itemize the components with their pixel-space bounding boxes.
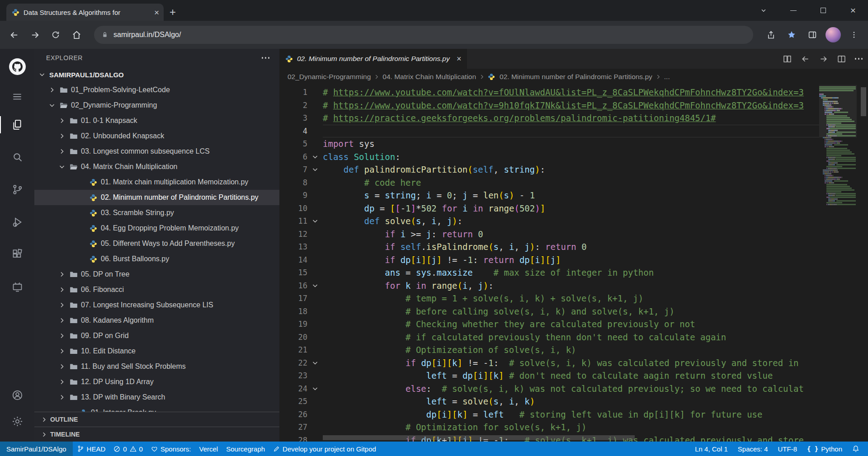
- tree-folder-item[interactable]: 12. DP Using 1D Array: [34, 374, 279, 390]
- chevron-collapsed-icon[interactable]: [58, 378, 66, 386]
- back-icon[interactable]: [5, 25, 24, 44]
- settings-gear-icon[interactable]: [0, 410, 34, 432]
- tree-file-item[interactable]: 06. Burst Balloons.py: [34, 251, 279, 267]
- encoding-indicator[interactable]: UTF-8: [773, 442, 802, 456]
- chevron-collapsed-icon[interactable]: [58, 393, 66, 401]
- navigate-back-icon[interactable]: [801, 54, 810, 64]
- source-control-icon[interactable]: [0, 179, 34, 200]
- open-changes-icon[interactable]: [783, 54, 792, 64]
- timeline-section[interactable]: TIMELINE: [34, 427, 279, 442]
- fold-chevron-icon[interactable]: [307, 279, 323, 292]
- breadcrumb-file[interactable]: 02. Minimum number of Palindromic Partit…: [500, 73, 652, 81]
- tree-folder-item[interactable]: 06. Fibonacci: [34, 282, 279, 297]
- side-panel-icon[interactable]: [803, 25, 822, 44]
- sponsor-sourcegraph[interactable]: Sourcegraph: [222, 442, 269, 456]
- tree-file-item[interactable]: 05. Different Ways to Add Parentheses.py: [34, 236, 279, 251]
- code-line[interactable]: 7 def palindromicPartition(self, string)…: [279, 163, 819, 176]
- scrollbar-thumb[interactable]: [861, 87, 866, 116]
- code-line[interactable]: 16 for k in range(i, j):: [279, 279, 819, 292]
- bookmark-star-icon[interactable]: [782, 25, 801, 44]
- chevron-collapsed-icon[interactable]: [58, 270, 66, 278]
- navigate-forward-icon[interactable]: [819, 54, 828, 64]
- code-line[interactable]: 15 ans = sys.maxsize # max size of integ…: [279, 266, 819, 279]
- problems-indicator[interactable]: 0 0: [109, 442, 147, 456]
- minimap[interactable]: [819, 85, 857, 442]
- code-line[interactable]: 23 left = dp[i][k] # don't need to calcu…: [279, 369, 819, 382]
- window-close-button[interactable]: ×: [838, 0, 868, 21]
- menu-hamburger-icon[interactable]: [0, 86, 34, 108]
- tree-folder-item[interactable]: 08. Kadanes Algorithm: [34, 313, 279, 328]
- code-line[interactable]: 4: [279, 125, 819, 138]
- address-bar[interactable]: samirpaul.in/DSAlgo/: [94, 26, 753, 44]
- cursor-position[interactable]: Ln 4, Col 1: [690, 442, 733, 456]
- share-icon[interactable]: [761, 25, 780, 44]
- code-line[interactable]: 3# https://practice.geeksforgeeks.org/pr…: [279, 112, 819, 125]
- code-line[interactable]: 21 # Optimizeation of solve(s, i, k): [279, 343, 819, 357]
- chevron-collapsed-icon[interactable]: [58, 117, 66, 125]
- code-line[interactable]: 6class Solution:: [279, 150, 819, 164]
- vertical-scrollbar[interactable]: [858, 85, 868, 442]
- code-line[interactable]: 9 s = string; i = 0; j = len(s) - 1: [279, 189, 819, 202]
- code-editor[interactable]: 1# https://www.youtube.com/watch?v=fOUlN…: [279, 85, 868, 442]
- forward-icon[interactable]: [25, 25, 44, 44]
- code-line[interactable]: 18 # before calling solve(s, i, k) and s…: [279, 305, 819, 318]
- code-line[interactable]: 1# https://www.youtube.com/watch?v=fOUlN…: [279, 86, 819, 99]
- code-line[interactable]: 8 # code here: [279, 176, 819, 189]
- new-tab-button[interactable]: +: [164, 4, 182, 21]
- tree-folder-item[interactable]: 13. DP with Binary Search: [34, 390, 279, 405]
- editor-tab[interactable]: 02. Minimum number of Palindromic Partit…: [279, 49, 467, 69]
- remote-explorer-icon[interactable]: [0, 276, 34, 298]
- search-icon[interactable]: [0, 146, 34, 168]
- code-line[interactable]: 27 # Optimization for solve(s, k+1, j): [279, 421, 819, 434]
- chevron-expanded-icon[interactable]: [38, 71, 46, 79]
- chevron-collapsed-icon[interactable]: [58, 362, 66, 371]
- code-line[interactable]: 10 dp = [[-1]*502 for i in range(502)]: [279, 202, 819, 215]
- account-icon[interactable]: [0, 384, 34, 406]
- chevron-collapsed-icon[interactable]: [58, 132, 66, 140]
- tree-folder-item[interactable]: 01_Problem-Solving-LeetCode: [34, 82, 279, 98]
- editor-tab-close-icon[interactable]: ×: [457, 55, 462, 63]
- code-line[interactable]: 20 # if calculated previously thenn don'…: [279, 331, 819, 344]
- browser-menu-kebab-icon[interactable]: [844, 25, 863, 44]
- tree-root[interactable]: SAMIRPAUL1/DSALGO: [34, 67, 279, 82]
- remote-indicator[interactable]: SamirPaul1/DSAlgo: [0, 442, 73, 456]
- tree-folder-item[interactable]: 07. Longest Increasing Subsequence LIS: [34, 297, 279, 313]
- browser-tab[interactable]: Data Structures & Algorithms for ×: [6, 4, 164, 21]
- horizontal-scrollbar[interactable]: [323, 435, 635, 440]
- code-line[interactable]: 11 def solve(s, i, j):: [279, 215, 819, 228]
- fold-chevron-icon[interactable]: [307, 382, 323, 395]
- tree-folder-item[interactable]: 11. Buy and Sell Stock Problems: [34, 359, 279, 374]
- code-line[interactable]: 19 # Checking whether they are calculate…: [279, 318, 819, 331]
- window-minimize-button[interactable]: [778, 0, 808, 21]
- extensions-icon[interactable]: [0, 243, 34, 265]
- tab-close-icon[interactable]: ×: [154, 8, 159, 17]
- split-editor-icon[interactable]: [837, 54, 846, 64]
- github-logo[interactable]: [0, 56, 34, 77]
- tree-folder-item[interactable]: 05. DP on Tree: [34, 267, 279, 282]
- chevron-collapsed-icon[interactable]: [58, 347, 66, 355]
- chevron-collapsed-icon[interactable]: [58, 301, 66, 309]
- site-info-lock-icon[interactable]: [101, 31, 108, 38]
- breadcrumb-symbol[interactable]: ...: [664, 73, 670, 81]
- reload-icon[interactable]: [46, 25, 65, 44]
- run-debug-icon[interactable]: [0, 211, 34, 233]
- code-line[interactable]: 22 if dp[i][k] != -1: # solve(s, i, k) w…: [279, 357, 819, 370]
- code-line[interactable]: 2# https://www.youtube.com/watch?v=9h10f…: [279, 99, 819, 112]
- breadcrumb-folder[interactable]: 04. Matrix Chain Multiplication: [382, 73, 476, 81]
- tree-folder-item[interactable]: 09. DP on Grid: [34, 328, 279, 343]
- window-maximize-button[interactable]: [808, 0, 838, 21]
- language-indicator[interactable]: { } Python: [802, 442, 847, 456]
- indentation-indicator[interactable]: Spaces: 4: [733, 442, 773, 456]
- tree-folder-item[interactable]: 03. Longest common subsequence LCS: [34, 144, 279, 159]
- breadcrumb-folder[interactable]: 02_Dynamic-Programming: [288, 73, 371, 81]
- tree-folder-item[interactable]: 02. Unbounded Knapsack: [34, 128, 279, 144]
- tree-file-item[interactable]: 01. Integer Break.py: [34, 405, 279, 412]
- code-line[interactable]: 24 else: # solve(s, i, k) was not calcul…: [279, 382, 819, 395]
- tab-search-chevron-icon[interactable]: [749, 0, 778, 21]
- editor-more-actions-icon[interactable]: [855, 58, 863, 60]
- gitpod-item[interactable]: Develop your project on Gitpod: [269, 442, 380, 456]
- sponsors-item[interactable]: Sponsors:: [147, 442, 195, 456]
- tree-folder-item[interactable]: 01. 0-1 Knapsack: [34, 113, 279, 128]
- code-line[interactable]: 5import sys: [279, 137, 819, 150]
- code-line[interactable]: 17 # temp = 1 + solve(s, i, k) + solve(s…: [279, 292, 819, 305]
